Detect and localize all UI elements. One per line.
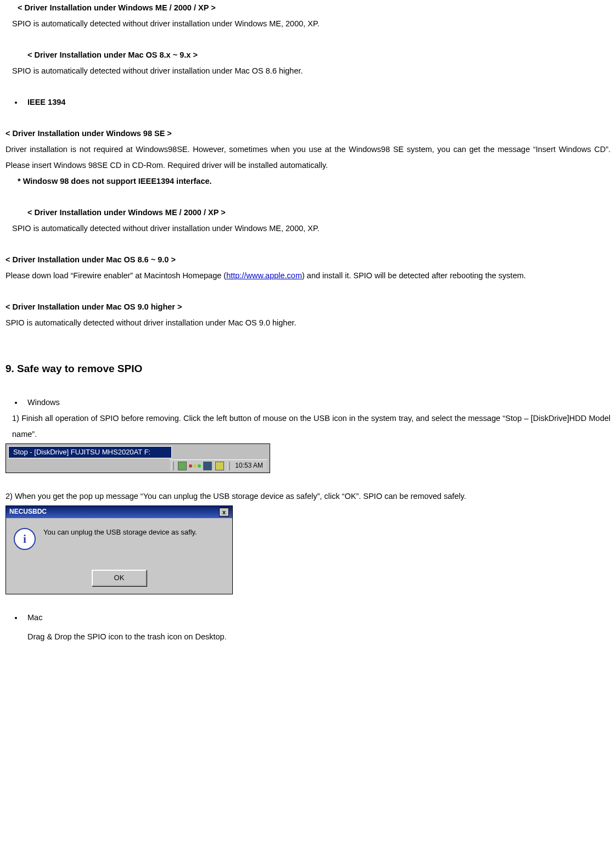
text-mac-86-90-b: ) and install it. SPIO will be detected … bbox=[302, 271, 526, 280]
tray-dot-red-icon bbox=[189, 464, 192, 468]
dialog-title-text: NECUSBDC bbox=[9, 508, 47, 516]
dialog-message: You can unplug the USB storage device as… bbox=[43, 528, 197, 550]
heading-mac-8-9: < Driver Installation under Mac OS 8.x ~… bbox=[5, 47, 611, 63]
bullet-mac: Mac Drag & Drop the SPIO icon to the tra… bbox=[5, 610, 611, 645]
text-mac-86-90: Please down load “Firewire enabler” at M… bbox=[5, 268, 611, 284]
bullet-mac-label: Mac bbox=[27, 613, 42, 622]
text-win-me-xp: SPIO is automatically detected without d… bbox=[5, 16, 611, 32]
text-mac-90-higher: SPIO is automatically detected without d… bbox=[5, 315, 611, 331]
systray-stop-menu[interactable]: Stop - [DiskDrive] FUJITSU MHS2020AT F: bbox=[8, 446, 172, 458]
heading-mac-86-90: < Driver Installation under Mac OS 8.6 ~… bbox=[5, 252, 611, 268]
tray-volume-icon[interactable] bbox=[215, 462, 224, 470]
heading-win98se: < Driver Installation under Windows 98 S… bbox=[5, 126, 611, 142]
apple-link[interactable]: http://www.apple.com bbox=[226, 271, 302, 280]
bullet-windows: Windows bbox=[5, 395, 611, 411]
text-mac-8-9: SPIO is automatically detected without d… bbox=[5, 63, 611, 79]
tray-separator-icon-2 bbox=[228, 462, 230, 470]
tray-app-icon[interactable] bbox=[178, 462, 187, 470]
dialog-ok-button[interactable]: OK bbox=[92, 570, 147, 586]
tray-clock: 10:53 AM bbox=[235, 462, 267, 469]
remove-win-step2: 2) When you get the pop up message “You … bbox=[5, 488, 611, 504]
heading-mac-90-higher: < Driver Installation under Mac OS 9.0 h… bbox=[5, 299, 611, 315]
text-win-me-xp-2: SPIO is automatically detected without d… bbox=[5, 221, 611, 237]
note-win98: * Windosw 98 does not support IEEE1394 i… bbox=[5, 173, 611, 189]
remove-win-step1: 1) Finish all operation of SPIO before r… bbox=[5, 411, 611, 442]
text-win98se: Driver installation is not required at W… bbox=[5, 142, 611, 173]
systray-screenshot: Stop - [DiskDrive] FUJITSU MHS2020AT F: … bbox=[5, 443, 270, 473]
text-mac-86-90-a: Please down load “Firewire enabler” at M… bbox=[5, 271, 226, 280]
systray-stop-menu-label: Stop - [DiskDrive] FUJITSU MHS2020AT F: bbox=[13, 448, 150, 457]
heading-win-me-xp-2: < Driver Installation under Windows ME /… bbox=[5, 205, 611, 221]
section-9-heading: 9. Safe way to remove SPIO bbox=[5, 358, 611, 379]
tray-separator-icon bbox=[172, 462, 174, 470]
dialog-titlebar: NECUSBDC x bbox=[6, 506, 232, 518]
heading-win-me-xp: < Driver Installation under Windows ME /… bbox=[5, 0, 611, 16]
bullet-windows-label: Windows bbox=[27, 398, 60, 407]
dialog-close-button[interactable]: x bbox=[219, 508, 229, 516]
bullet-ieee1394: IEEE 1394 bbox=[5, 94, 611, 110]
unplug-dialog: NECUSBDC x i You can unplug the USB stor… bbox=[5, 505, 233, 594]
bullet-ieee1394-label: IEEE 1394 bbox=[27, 98, 65, 106]
remove-mac-step: Drag & Drop the SPIO icon to the trash i… bbox=[27, 629, 611, 645]
systray-bar: 10:53 AM bbox=[170, 459, 267, 471]
tray-usb-icon[interactable] bbox=[203, 462, 212, 470]
info-icon: i bbox=[14, 528, 36, 550]
tray-dot-green-icon bbox=[198, 464, 201, 468]
tray-dot-yellow-icon bbox=[193, 464, 197, 468]
